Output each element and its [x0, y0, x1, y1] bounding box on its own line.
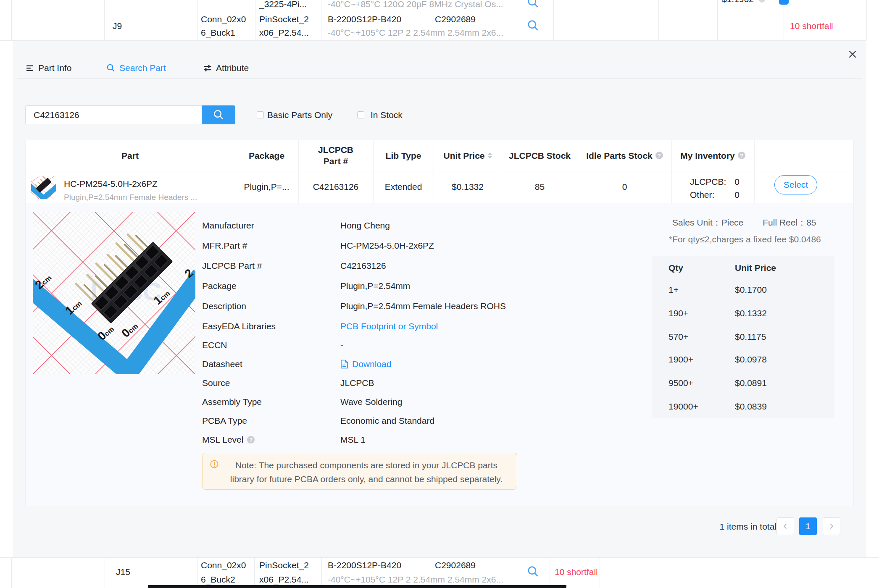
sales-unit-line: Sales Unit：Piece Full Reel：85 [672, 217, 816, 228]
inventory-jlcpcb-label: JLCPCB: [690, 177, 726, 187]
designator-cell: J15 [116, 566, 130, 578]
field-label-msl: MSL Level ? [202, 434, 255, 446]
value-cell-line2: 6_Buck2 [201, 574, 235, 585]
column-divider [658, 0, 659, 40]
column-divider [105, 558, 105, 588]
column-divider [321, 0, 321, 40]
inventory-other-label: Other: [690, 190, 714, 200]
column-header-unit-price[interactable]: Unit Price [434, 140, 502, 171]
designator-cell: J9 [113, 20, 122, 32]
idle-stock-cell: 0 [578, 171, 671, 203]
tab-attribute[interactable]: Attribute [203, 62, 249, 74]
help-icon[interactable]: ? [247, 436, 255, 444]
column-header-package[interactable]: Package [235, 140, 298, 171]
footprint-cell-line2: x06_P2.54... [259, 574, 309, 585]
part-mpn: B-2200S12P-B420 [328, 13, 401, 25]
pdf-icon [340, 360, 348, 369]
note-line2: library for future PCBA orders only, and… [219, 472, 513, 486]
tier-price: $0.1175 [735, 332, 766, 342]
tier-qty: 190+ [668, 308, 688, 318]
column-divider [255, 0, 255, 40]
unit-price-cell: $1.1962 [722, 0, 754, 5]
header-label: JLCPCB Part # [308, 144, 363, 167]
field-label: Description [202, 300, 246, 312]
search-icon [213, 109, 224, 121]
value-cell-line2: 6_Buck1 [201, 27, 235, 39]
part-lcsc-number: C2902689 [435, 559, 476, 571]
search-part-icon[interactable] [527, 0, 540, 9]
field-label: Source [202, 377, 230, 389]
tab-label: Attribute [216, 63, 249, 73]
tier-price: $0.0891 [735, 378, 767, 388]
unit-price-cell: $0.1332 [434, 171, 502, 203]
footprint-cell-line1: PinSocket_2 [259, 13, 309, 25]
inventory-jlcpcb-value: 0 [734, 177, 740, 187]
prev-page-button[interactable] [776, 517, 794, 535]
column-header-lib-type[interactable]: Lib Type [373, 140, 434, 171]
part-lcsc-number: C2902689 [435, 13, 476, 25]
column-divider [254, 558, 255, 588]
column-divider [754, 140, 755, 203]
field-label: MFR.Part # [202, 240, 247, 252]
tier-qty: 1+ [668, 285, 679, 295]
column-divider [550, 558, 550, 588]
column-header-jlcpcb-part[interactable]: JLCPCB Part # [298, 140, 373, 171]
field-value: MSL 1 [340, 434, 366, 446]
help-icon[interactable]: ? [655, 152, 663, 159]
sort-icon[interactable] [488, 152, 492, 159]
tier-qty: 9500+ [668, 378, 693, 388]
shortfall-badge: 10 shortfall [790, 20, 833, 32]
header-label: Part [121, 150, 139, 161]
search-part-icon[interactable] [527, 19, 540, 32]
search-part-icon[interactable] [527, 565, 540, 578]
tier-qty: 1900+ [668, 354, 693, 365]
jlcpcb-part-cell: C42163126 [298, 171, 373, 203]
field-label: ECCN [202, 339, 227, 351]
field-label: Assembly Type [202, 396, 262, 408]
part-name[interactable]: HC-PM254-5.0H-2x6PZ [64, 178, 158, 190]
tab-search-part[interactable]: Search Part [106, 62, 166, 74]
easyeda-library-link[interactable]: PCB Footprint or Symbol [340, 320, 438, 332]
help-icon[interactable]: ? [738, 152, 745, 159]
tab-part-info[interactable]: Part Info [25, 62, 71, 74]
full-reel-label: Full Reel： [763, 218, 806, 227]
price-tier-table: Qty Unit Price 1+ $0.1700 190+ $0.1332 5… [652, 256, 834, 418]
warning-icon [210, 459, 219, 469]
footprint-cell: _3225-4Pi... [259, 0, 307, 10]
chevron-right-icon [828, 523, 835, 530]
field-label: MSL Level [202, 435, 243, 445]
close-icon[interactable] [846, 48, 859, 60]
column-divider [321, 558, 322, 588]
lib-type-cell: Extended [373, 171, 434, 203]
column-divider [104, 0, 105, 40]
in-stock-checkbox[interactable] [357, 111, 364, 118]
row-checkbox-checked[interactable] [779, 0, 789, 5]
column-divider [197, 558, 197, 588]
fixed-fee-note: *For qty≤2,charges a fixed fee $0.0486 [669, 234, 821, 245]
column-divider [11, 0, 12, 40]
field-value: - [340, 339, 343, 351]
field-label: Datasheet [202, 358, 242, 370]
tier-qty: 570+ [668, 332, 688, 342]
field-label: EasyEDA Libraries [202, 320, 276, 332]
search-input[interactable] [33, 106, 194, 124]
column-header-jlcpcb-stock[interactable]: JLCPCB Stock [502, 140, 578, 171]
header-label: Unit Price [443, 150, 484, 161]
horizontal-scrollbar-thumb[interactable] [148, 585, 566, 588]
field-value: Plugin,P=2.54mm Female Headers ROHS [340, 300, 506, 312]
tier-price: $0.0839 [735, 402, 767, 412]
column-header-part[interactable]: Part [25, 140, 235, 171]
column-header-my-inventory[interactable]: My Inventory ? [671, 140, 754, 171]
description-cell: -40°C~+85°C 120Ω 20pF 8MHz Crystal Os... [328, 0, 503, 10]
select-button[interactable]: Select [774, 175, 817, 194]
search-button[interactable] [202, 105, 235, 124]
column-divider [671, 140, 672, 203]
basic-parts-checkbox[interactable] [257, 111, 264, 118]
tabs-divider [17, 78, 862, 79]
next-page-button[interactable] [823, 517, 840, 535]
part-search-inputbox [25, 105, 202, 124]
part-thumbnail[interactable] [31, 176, 56, 199]
column-header-idle-parts-stock[interactable]: Idle Parts Stock ? [578, 140, 671, 171]
datasheet-download-link[interactable]: Download [340, 358, 391, 370]
page-1-button[interactable]: 1 [799, 517, 817, 535]
